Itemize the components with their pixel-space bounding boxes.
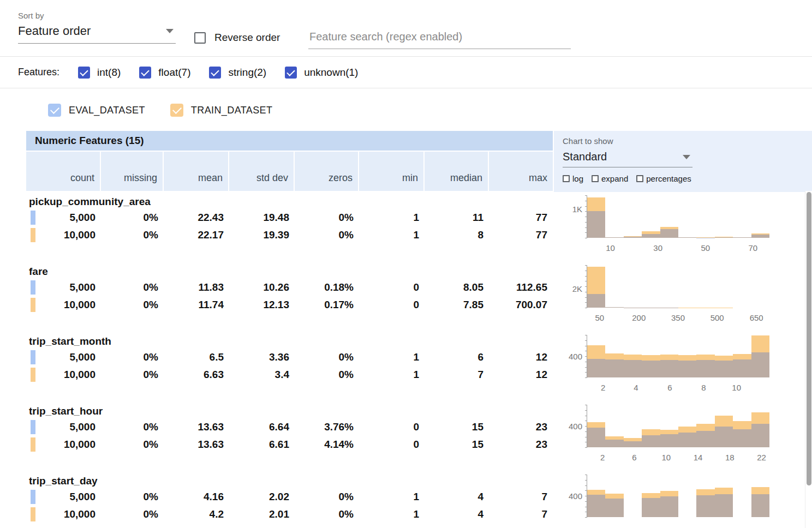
eval-bar bbox=[751, 494, 769, 517]
stat-max: 700.07 bbox=[489, 299, 553, 311]
feature-stats: fare 5,0000%11.8310.260.18%08.05112.65 1… bbox=[26, 262, 553, 332]
feature-stats: trip_start_day 5,0000%4.162.020%147 10,0… bbox=[26, 471, 553, 528]
eval-stat-row: 5,0000%22.4319.480%11177 bbox=[26, 209, 553, 226]
train-swatch bbox=[31, 437, 35, 452]
x-axis-tick-label: 650 bbox=[750, 313, 763, 322]
feature-type-checkbox[interactable] bbox=[209, 67, 221, 79]
eval-bar bbox=[660, 360, 678, 377]
chevron-down-icon bbox=[166, 29, 174, 33]
chart-toggle-checkbox[interactable] bbox=[636, 175, 643, 182]
y-axis-tick bbox=[585, 340, 587, 341]
eval-bar bbox=[624, 360, 642, 377]
stat-std_dev: 10.26 bbox=[229, 281, 295, 293]
stat-min: 1 bbox=[359, 212, 425, 224]
stat-max: 112.65 bbox=[489, 281, 553, 293]
features-filter-row: Features: int(8) float(7) string(2) unkn… bbox=[0, 57, 812, 88]
facets-overview-page: Sort by Feature order Reverse order Feat… bbox=[0, 0, 812, 528]
eval-bar bbox=[642, 234, 660, 238]
feature-block: trip_start_month 5,0000%6.53.360%1612 10… bbox=[26, 332, 812, 401]
chart-toggle: percentages bbox=[636, 174, 691, 183]
scrollbar-thumb[interactable] bbox=[807, 192, 811, 485]
chart-toggle-label: expand bbox=[601, 174, 628, 183]
stat-median: 4 bbox=[425, 508, 489, 520]
x-axis-tick-label: 10 bbox=[732, 383, 741, 392]
y-axis-tick bbox=[585, 308, 587, 308]
stat-count: 10,000 bbox=[26, 229, 101, 241]
reverse-order-checkbox[interactable] bbox=[194, 32, 206, 44]
stat-zeros: 0% bbox=[295, 508, 359, 520]
chart-toggle-label: percentages bbox=[646, 174, 691, 183]
feature-histogram: 400 bbox=[553, 471, 812, 528]
chart-toggle: expand bbox=[592, 174, 628, 183]
stat-missing: 0% bbox=[101, 491, 164, 503]
chart-type-select[interactable]: Standard bbox=[563, 148, 692, 167]
chart-controls-panel: Chart to show Standard log expand percen… bbox=[554, 131, 812, 192]
stat-missing: 0% bbox=[101, 421, 164, 433]
chart-toggle-checkbox[interactable] bbox=[563, 175, 570, 182]
stat-missing: 0% bbox=[101, 229, 164, 241]
train-stat-row: 10,0000%22.1719.390%1877 bbox=[26, 226, 553, 244]
eval-bar bbox=[660, 434, 678, 447]
stat-missing: 0% bbox=[101, 439, 164, 451]
feature-name: pickup_community_area bbox=[26, 192, 553, 209]
eval-bar bbox=[751, 352, 769, 377]
eval-bar bbox=[696, 495, 714, 517]
feature-type-checkbox[interactable] bbox=[78, 67, 90, 79]
eval-bar bbox=[660, 229, 678, 238]
eval-bar bbox=[715, 494, 733, 517]
stat-median: 7 bbox=[425, 369, 489, 381]
y-axis-tick bbox=[585, 416, 587, 416]
stat-mean: 13.63 bbox=[164, 421, 229, 433]
stat-min: 0 bbox=[359, 299, 425, 311]
stat-zeros: 0% bbox=[295, 369, 359, 381]
x-axis-tick-label: 6 bbox=[667, 383, 672, 392]
feature-histogram: 400246810 bbox=[553, 332, 812, 401]
dataset-legend-item: EVAL_DATASET bbox=[48, 101, 145, 119]
stat-mean: 4.16 bbox=[164, 491, 229, 503]
stat-mean: 22.17 bbox=[164, 229, 229, 241]
stat-std_dev: 2.02 bbox=[229, 491, 295, 503]
x-axis-tick-label: 4 bbox=[634, 383, 638, 392]
chevron-down-icon bbox=[683, 155, 690, 159]
column-header-min: min bbox=[359, 152, 425, 191]
features-label: Features: bbox=[18, 67, 59, 78]
eval-bar bbox=[587, 359, 605, 377]
stat-median: 11 bbox=[425, 212, 489, 224]
stat-missing: 0% bbox=[101, 369, 164, 381]
stat-count: 10,000 bbox=[26, 439, 101, 451]
stat-std_dev: 3.36 bbox=[229, 351, 295, 363]
eval-bar bbox=[624, 441, 642, 447]
table-title: Numeric Features (15) bbox=[35, 135, 144, 147]
feature-block: pickup_community_area 5,0000%22.4319.480… bbox=[26, 192, 812, 262]
stat-zeros: 0% bbox=[295, 491, 359, 503]
stat-mean: 13.63 bbox=[164, 439, 229, 451]
feature-search-input[interactable] bbox=[308, 31, 571, 49]
x-axis-tick-label: 10 bbox=[661, 453, 671, 462]
eval-bar bbox=[715, 427, 733, 447]
stat-max: 23 bbox=[489, 421, 553, 433]
x-axis-tick-label: 6 bbox=[632, 453, 636, 462]
eval-bar bbox=[624, 237, 642, 238]
train-swatch bbox=[31, 507, 35, 521]
stat-missing: 0% bbox=[101, 212, 164, 224]
stat-zeros: 0% bbox=[295, 212, 359, 224]
stat-mean: 6.5 bbox=[164, 351, 229, 363]
eval-stat-row: 5,0000%6.53.360%1612 bbox=[26, 349, 553, 366]
stat-min: 0 bbox=[359, 421, 425, 433]
histogram-plot bbox=[587, 195, 769, 238]
feature-type-checkbox[interactable] bbox=[139, 67, 151, 79]
feature-type-checkbox[interactable] bbox=[285, 67, 297, 79]
vertical-scrollbar bbox=[805, 191, 812, 528]
eval-bar bbox=[605, 237, 623, 238]
chart-toggle-checkbox[interactable] bbox=[592, 175, 599, 182]
train-swatch bbox=[31, 368, 35, 382]
feature-stats: trip_start_month 5,0000%6.53.360%1612 10… bbox=[26, 332, 553, 401]
dataset-checkbox[interactable] bbox=[48, 104, 61, 117]
x-axis-tick-label: 50 bbox=[701, 243, 710, 253]
stat-missing: 0% bbox=[101, 508, 164, 520]
stat-zeros: 0% bbox=[295, 229, 359, 241]
table-head-left: Numeric Features (15) countmissingmeanst… bbox=[26, 131, 553, 192]
dataset-checkbox[interactable] bbox=[170, 104, 183, 117]
feature-name: trip_start_hour bbox=[26, 401, 553, 418]
sort-by-select[interactable]: Feature order bbox=[18, 24, 176, 44]
